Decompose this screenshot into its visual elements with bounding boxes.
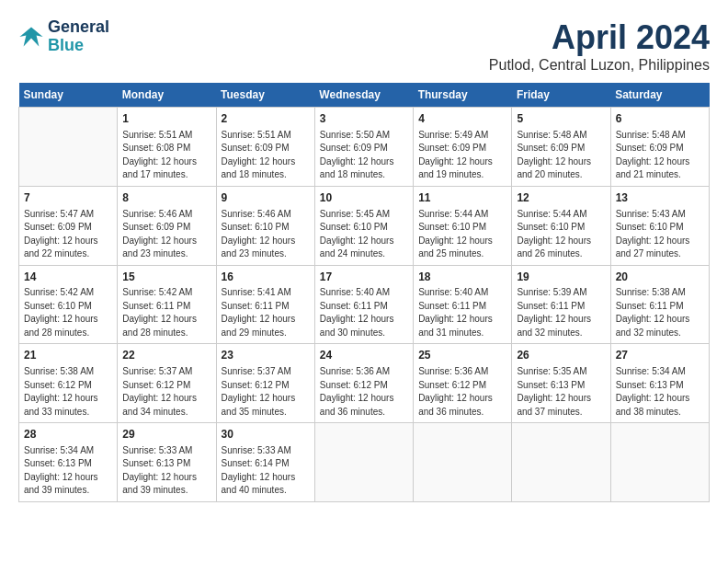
calendar-cell: 27Sunrise: 5:34 AM Sunset: 6:13 PM Dayli…	[610, 344, 709, 423]
calendar-cell: 6Sunrise: 5:48 AM Sunset: 6:09 PM Daylig…	[610, 108, 709, 187]
day-info: Sunrise: 5:37 AM Sunset: 6:12 PM Dayligh…	[222, 365, 310, 419]
col-header-monday: Monday	[118, 83, 216, 108]
calendar-cell: 8Sunrise: 5:46 AM Sunset: 6:09 PM Daylig…	[118, 186, 216, 265]
day-number: 19	[517, 270, 605, 285]
day-number: 10	[320, 190, 408, 206]
calendar-cell: 14Sunrise: 5:42 AM Sunset: 6:10 PM Dayli…	[19, 265, 118, 344]
day-info: Sunrise: 5:48 AM Sunset: 6:09 PM Dayligh…	[517, 129, 605, 182]
day-number: 30	[222, 427, 310, 442]
calendar-cell: 28Sunrise: 5:34 AM Sunset: 6:13 PM Dayli…	[19, 423, 118, 502]
day-info: Sunrise: 5:38 AM Sunset: 6:12 PM Dayligh…	[24, 365, 112, 419]
day-number: 17	[320, 270, 408, 285]
calendar-cell: 21Sunrise: 5:38 AM Sunset: 6:12 PM Dayli…	[19, 344, 118, 423]
week-row-4: 21Sunrise: 5:38 AM Sunset: 6:12 PM Dayli…	[19, 344, 710, 423]
calendar-cell: 7Sunrise: 5:47 AM Sunset: 6:09 PM Daylig…	[19, 186, 118, 265]
day-info: Sunrise: 5:44 AM Sunset: 6:10 PM Dayligh…	[418, 208, 506, 261]
calendar-cell: 29Sunrise: 5:33 AM Sunset: 6:13 PM Dayli…	[118, 423, 216, 502]
day-info: Sunrise: 5:42 AM Sunset: 6:10 PM Dayligh…	[24, 286, 112, 339]
day-number: 26	[517, 348, 605, 363]
week-row-5: 28Sunrise: 5:34 AM Sunset: 6:13 PM Dayli…	[19, 423, 710, 502]
col-header-tuesday: Tuesday	[216, 83, 314, 108]
day-number: 2	[222, 111, 310, 127]
location-title: Putlod, Central Luzon, Philippines	[489, 57, 710, 74]
calendar-cell: 5Sunrise: 5:48 AM Sunset: 6:09 PM Daylig…	[512, 108, 610, 187]
day-info: Sunrise: 5:41 AM Sunset: 6:11 PM Dayligh…	[222, 286, 310, 339]
day-info: Sunrise: 5:49 AM Sunset: 6:09 PM Dayligh…	[418, 129, 506, 182]
day-number: 11	[418, 190, 506, 206]
day-number: 28	[24, 427, 112, 442]
svg-marker-0	[19, 27, 42, 46]
day-number: 6	[616, 111, 704, 127]
calendar-cell: 23Sunrise: 5:37 AM Sunset: 6:12 PM Dayli…	[216, 344, 314, 423]
day-info: Sunrise: 5:36 AM Sunset: 6:12 PM Dayligh…	[418, 365, 506, 419]
day-info: Sunrise: 5:46 AM Sunset: 6:10 PM Dayligh…	[222, 208, 310, 261]
day-number: 23	[222, 348, 310, 363]
day-info: Sunrise: 5:47 AM Sunset: 6:09 PM Dayligh…	[24, 208, 112, 261]
day-info: Sunrise: 5:51 AM Sunset: 6:09 PM Dayligh…	[222, 129, 310, 182]
calendar-cell	[610, 423, 709, 502]
day-number: 1	[122, 111, 210, 127]
week-row-2: 7Sunrise: 5:47 AM Sunset: 6:09 PM Daylig…	[19, 186, 710, 265]
day-info: Sunrise: 5:44 AM Sunset: 6:10 PM Dayligh…	[517, 208, 605, 261]
day-number: 8	[122, 190, 210, 206]
day-number: 27	[616, 348, 704, 363]
day-info: Sunrise: 5:46 AM Sunset: 6:09 PM Dayligh…	[122, 208, 210, 261]
calendar-cell	[512, 423, 610, 502]
calendar-cell: 9Sunrise: 5:46 AM Sunset: 6:10 PM Daylig…	[216, 186, 314, 265]
logo: General Blue	[18, 18, 109, 55]
day-number: 5	[517, 111, 605, 127]
day-info: Sunrise: 5:37 AM Sunset: 6:12 PM Dayligh…	[122, 365, 210, 419]
day-info: Sunrise: 5:34 AM Sunset: 6:13 PM Dayligh…	[24, 444, 112, 498]
day-number: 25	[418, 348, 506, 363]
calendar-cell: 11Sunrise: 5:44 AM Sunset: 6:10 PM Dayli…	[414, 186, 512, 265]
logo-icon	[18, 24, 44, 50]
day-number: 14	[24, 270, 112, 285]
day-number: 18	[418, 270, 506, 285]
calendar-cell: 26Sunrise: 5:35 AM Sunset: 6:13 PM Dayli…	[512, 344, 610, 423]
calendar-cell: 15Sunrise: 5:42 AM Sunset: 6:11 PM Dayli…	[118, 265, 216, 344]
day-info: Sunrise: 5:40 AM Sunset: 6:11 PM Dayligh…	[418, 286, 506, 339]
day-number: 24	[320, 348, 408, 363]
calendar-cell: 24Sunrise: 5:36 AM Sunset: 6:12 PM Dayli…	[314, 344, 413, 423]
day-info: Sunrise: 5:36 AM Sunset: 6:12 PM Dayligh…	[320, 365, 408, 419]
day-info: Sunrise: 5:50 AM Sunset: 6:09 PM Dayligh…	[320, 129, 408, 182]
col-header-saturday: Saturday	[610, 83, 709, 108]
day-info: Sunrise: 5:48 AM Sunset: 6:09 PM Dayligh…	[616, 129, 704, 182]
month-title: April 2024	[489, 18, 710, 57]
calendar-cell: 30Sunrise: 5:33 AM Sunset: 6:14 PM Dayli…	[216, 423, 314, 502]
calendar-cell: 20Sunrise: 5:38 AM Sunset: 6:11 PM Dayli…	[610, 265, 709, 344]
calendar-cell: 25Sunrise: 5:36 AM Sunset: 6:12 PM Dayli…	[414, 344, 512, 423]
calendar-cell	[414, 423, 512, 502]
calendar-cell: 1Sunrise: 5:51 AM Sunset: 6:08 PM Daylig…	[118, 108, 216, 187]
day-info: Sunrise: 5:33 AM Sunset: 6:13 PM Dayligh…	[122, 444, 210, 498]
day-number: 22	[122, 348, 210, 363]
col-header-thursday: Thursday	[414, 83, 512, 108]
calendar-cell: 10Sunrise: 5:45 AM Sunset: 6:10 PM Dayli…	[314, 186, 413, 265]
day-number: 16	[222, 270, 310, 285]
calendar-header-row: SundayMondayTuesdayWednesdayThursdayFrid…	[19, 83, 710, 108]
day-number: 3	[320, 111, 408, 127]
day-number: 7	[24, 190, 112, 206]
day-number: 4	[418, 111, 506, 127]
day-number: 20	[616, 270, 704, 285]
calendar-cell: 3Sunrise: 5:50 AM Sunset: 6:09 PM Daylig…	[314, 108, 413, 187]
calendar-table: SundayMondayTuesdayWednesdayThursdayFrid…	[18, 83, 710, 502]
day-info: Sunrise: 5:39 AM Sunset: 6:11 PM Dayligh…	[517, 286, 605, 339]
day-info: Sunrise: 5:34 AM Sunset: 6:13 PM Dayligh…	[616, 365, 704, 419]
day-number: 29	[122, 427, 210, 442]
calendar-cell: 17Sunrise: 5:40 AM Sunset: 6:11 PM Dayli…	[314, 265, 413, 344]
title-block: April 2024 Putlod, Central Luzon, Philip…	[489, 18, 710, 74]
calendar-cell: 13Sunrise: 5:43 AM Sunset: 6:10 PM Dayli…	[610, 186, 709, 265]
day-info: Sunrise: 5:43 AM Sunset: 6:10 PM Dayligh…	[616, 208, 704, 261]
calendar-cell: 2Sunrise: 5:51 AM Sunset: 6:09 PM Daylig…	[216, 108, 314, 187]
calendar-cell: 12Sunrise: 5:44 AM Sunset: 6:10 PM Dayli…	[512, 186, 610, 265]
day-info: Sunrise: 5:42 AM Sunset: 6:11 PM Dayligh…	[122, 286, 210, 339]
week-row-3: 14Sunrise: 5:42 AM Sunset: 6:10 PM Dayli…	[19, 265, 710, 344]
logo-text: General Blue	[48, 18, 109, 55]
day-number: 15	[122, 270, 210, 285]
calendar-cell: 18Sunrise: 5:40 AM Sunset: 6:11 PM Dayli…	[414, 265, 512, 344]
calendar-cell: 16Sunrise: 5:41 AM Sunset: 6:11 PM Dayli…	[216, 265, 314, 344]
col-header-friday: Friday	[512, 83, 610, 108]
day-info: Sunrise: 5:45 AM Sunset: 6:10 PM Dayligh…	[320, 208, 408, 261]
calendar-cell	[19, 108, 118, 187]
